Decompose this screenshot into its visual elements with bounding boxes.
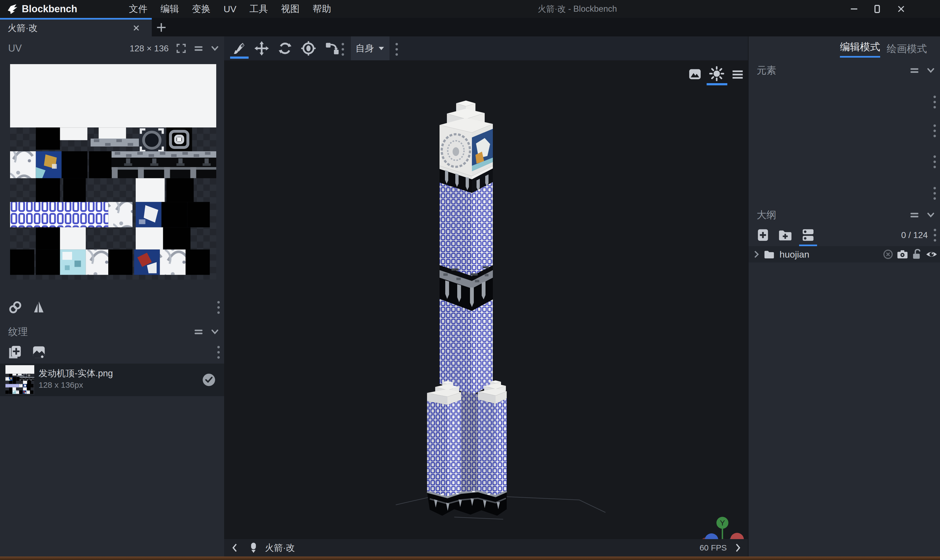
menu-help[interactable]: 帮助 (310, 3, 334, 15)
gizmo-y-label: Y (720, 519, 725, 527)
paint-mode-label: 绘画模式 (887, 43, 927, 54)
edge-toolbar-dots-3[interactable] (934, 155, 936, 168)
uv-panel-title: UV (8, 43, 22, 54)
uv-tools-row (0, 298, 224, 317)
main-toolbar: 自身 (224, 36, 748, 60)
paint-brush-tool-icon[interactable] (232, 41, 247, 56)
close-window-button[interactable] (892, 0, 911, 18)
edge-toolbar-dots-2[interactable] (934, 125, 936, 137)
add-cube-icon[interactable] (756, 228, 770, 242)
center-area: 自身 (224, 36, 748, 557)
elements-collapse-chevron-icon[interactable] (925, 65, 936, 76)
viewport-3d[interactable]: Y (224, 60, 748, 539)
rotate-tool-icon[interactable] (278, 41, 293, 56)
maximize-icon (872, 5, 882, 14)
menu-uv[interactable]: UV (221, 4, 239, 14)
minimize-icon (849, 5, 859, 14)
import-texture-icon[interactable] (31, 344, 47, 360)
maximize-button[interactable] (867, 0, 887, 18)
background-image-icon[interactable] (688, 68, 702, 81)
outliner-snap-icon[interactable] (909, 209, 920, 220)
transform-space-dropdown[interactable]: 自身 (351, 36, 389, 60)
edge-toolbar-dots-4[interactable] (934, 187, 936, 200)
menubar: 文件 编辑 变换 UV 工具 视图 帮助 (126, 0, 334, 18)
minimize-button[interactable] (844, 0, 864, 18)
window-title: 火箭·改 - Blockbench (538, 0, 617, 18)
app-name: Blockbench (22, 3, 77, 15)
outliner-panel-header: 大纲 (749, 205, 940, 225)
toolbar-menu-dots[interactable] (395, 43, 398, 56)
outliner-selection-count: 0 / 124 (901, 230, 928, 240)
autouv-camera-icon[interactable] (897, 248, 908, 260)
mode-tab-underline (840, 56, 880, 58)
textures-menu-dots[interactable] (217, 346, 220, 358)
uv-texture-image (10, 64, 216, 280)
group-folder-icon (763, 248, 775, 260)
menu-view[interactable]: 视图 (278, 3, 302, 15)
menu-edit[interactable]: 编辑 (158, 3, 182, 15)
mirror-paint-icon[interactable] (32, 300, 46, 314)
uv-size-label: 128 × 136 (130, 43, 169, 54)
left-panel: UV 128 × 136 纹理 (0, 36, 224, 557)
uv-tools-menu-dots[interactable] (217, 301, 220, 314)
tab-active[interactable]: 火箭·改 (0, 18, 152, 36)
textures-toolbar (0, 342, 224, 362)
viewport-statusbar: 火箭·改 60 FPS (224, 539, 748, 557)
titlebar: Blockbench 文件 编辑 变换 UV 工具 视图 帮助 火箭·改 - B… (0, 0, 940, 18)
lock-open-icon[interactable] (911, 249, 923, 260)
next-chevron-icon[interactable] (732, 542, 743, 553)
fps-counter: 60 FPS (699, 543, 727, 552)
fullscreen-icon[interactable] (176, 43, 187, 54)
add-group-icon[interactable] (777, 227, 793, 243)
group-name: huojian (779, 249, 809, 260)
create-texture-icon[interactable] (7, 344, 23, 360)
prev-chevron-icon[interactable] (230, 542, 241, 553)
texture-thumbnail (5, 365, 34, 394)
active-tool-underline (230, 57, 249, 59)
tab-edit-mode[interactable]: 编辑模式 (840, 40, 880, 58)
move-tool-icon[interactable] (254, 41, 269, 56)
panel-snap-icon[interactable] (193, 43, 204, 54)
bottom-window-strip (0, 557, 940, 560)
copy-brush-link-icon[interactable] (8, 300, 22, 314)
pivot-tool-icon[interactable] (301, 41, 316, 56)
toolbar-group-menu-dots[interactable] (342, 43, 344, 56)
menu-tools[interactable]: 工具 (247, 3, 271, 15)
texture-selected-check-icon[interactable] (202, 373, 216, 387)
export-disabled-icon[interactable] (882, 249, 894, 260)
vertex-snap-tool-icon[interactable] (324, 41, 340, 56)
outliner-panel-title: 大纲 (757, 208, 776, 222)
expand-chevron-icon[interactable] (751, 249, 761, 259)
close-icon (897, 5, 906, 14)
textures-panel-header: 纹理 (0, 322, 224, 341)
viewport-menu-icon[interactable] (731, 68, 744, 81)
outliner-view-toggle[interactable] (800, 227, 816, 243)
edge-toolbar-dots-1[interactable] (934, 95, 936, 108)
new-tab-button[interactable] (156, 22, 167, 33)
menu-file[interactable]: 文件 (126, 3, 150, 15)
elements-snap-icon[interactable] (909, 65, 920, 76)
rocket-model (389, 97, 612, 521)
right-panel: 编辑模式 绘画模式 元素 大纲 (748, 36, 940, 557)
texture-list-item[interactable]: 发动机顶-实体.png 128 x 136px (0, 363, 224, 396)
outliner-collapse-chevron-icon[interactable] (925, 209, 936, 220)
textures-snap-icon[interactable] (193, 326, 204, 337)
list-view-icon (800, 227, 816, 243)
outliner-group-row[interactable]: huojian (749, 246, 940, 263)
visibility-eye-icon[interactable] (925, 248, 938, 261)
tab-label: 火箭·改 (8, 22, 132, 34)
uv-collapse-chevron-icon[interactable] (210, 43, 220, 54)
textures-panel-title: 纹理 (8, 325, 28, 338)
tab-close-icon[interactable] (132, 23, 141, 32)
shading-sun-icon[interactable] (709, 66, 725, 82)
mode-tabs: 编辑模式 绘画模式 (840, 40, 927, 58)
uv-texture-canvas[interactable] (10, 64, 216, 280)
tab-paint-mode[interactable]: 绘画模式 (887, 42, 927, 56)
elements-panel-title: 元素 (757, 64, 776, 77)
menu-transform[interactable]: 变换 (189, 3, 213, 15)
textures-collapse-chevron-icon[interactable] (210, 326, 220, 337)
tabstrip: 火箭·改 (0, 18, 940, 36)
texture-name: 发动机顶-实体.png (39, 367, 113, 380)
transform-space-value: 自身 (355, 42, 374, 55)
outliner-menu-dots[interactable] (934, 229, 936, 242)
